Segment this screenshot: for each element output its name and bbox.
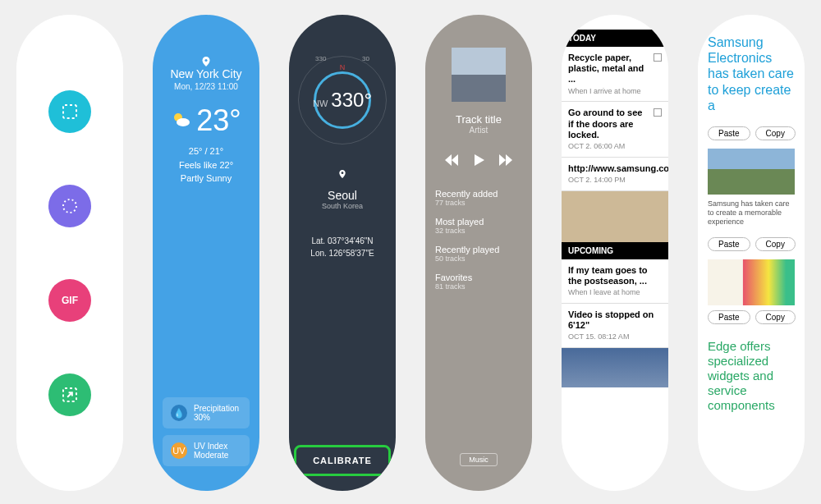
clip-image xyxy=(708,149,795,195)
precip-box[interactable]: 💧 Precipitation 30% xyxy=(163,397,250,428)
clip-body: Samsung has taken care to create a memor… xyxy=(708,199,795,227)
select-rect-button[interactable] xyxy=(48,90,91,133)
compass-panel: 330 30 N NW330° Seoul South Korea Lat. 0… xyxy=(289,15,396,491)
compass-lat: Lat. 037°34'46"N xyxy=(310,235,374,247)
select-oval-button[interactable] xyxy=(48,185,91,227)
reminders-panel: TODAY Recycle paper, plastic, metal and … xyxy=(562,15,668,491)
uv-value: Moderate xyxy=(194,451,228,460)
svg-rect-0 xyxy=(63,105,76,118)
track-title: Track title xyxy=(456,113,502,126)
paste-button[interactable]: Paste xyxy=(708,237,750,251)
clipboard-panel: Samsung Electronics has taken care to ke… xyxy=(698,15,805,491)
weather-condition: Partly Sunny xyxy=(179,172,233,186)
music-chip[interactable]: Music xyxy=(460,453,498,466)
paste-button[interactable]: Paste xyxy=(708,310,750,324)
compass-country: South Korea xyxy=(322,202,363,210)
task-item[interactable]: Recycle paper, plastic, metal and ...Whe… xyxy=(562,47,668,102)
task-item[interactable]: Video is stopped on 6'12"OCT 15. 08:12 A… xyxy=(562,304,668,348)
compass-coords: Lat. 037°34'46"N Lon. 126°58'37"E xyxy=(310,235,374,259)
task-item[interactable]: http://www.samsung.comOCT 2. 14:00 PM xyxy=(562,158,668,191)
pin-icon xyxy=(61,386,79,404)
gif-icon: GIF xyxy=(62,295,78,306)
today-header: TODAY xyxy=(562,30,668,47)
compass-north: N xyxy=(340,63,346,71)
clip-excerpt-2: Edge offers specialized widgets and serv… xyxy=(708,339,795,413)
task-image xyxy=(562,191,668,242)
compass-dial: 330 30 N NW330° xyxy=(298,56,387,144)
droplet-icon: 💧 xyxy=(171,405,187,421)
pin-button[interactable] xyxy=(48,373,91,416)
music-panel: Track title Artist Recently added77 trac… xyxy=(425,15,532,491)
copy-button[interactable]: Copy xyxy=(755,237,796,251)
task-item[interactable]: If my team goes to the postseason, ...Wh… xyxy=(562,259,668,304)
list-item[interactable]: Recently played50 tracks xyxy=(435,240,522,268)
weather-temp: 23° xyxy=(196,103,241,138)
weather-panel: New York City Mon, 12/23 11:00 23° 25° /… xyxy=(153,15,259,491)
select-rect-icon xyxy=(61,103,79,121)
clip-excerpt: Samsung Electronics has taken care to ke… xyxy=(708,34,795,113)
compass-tick: 30 xyxy=(362,55,369,62)
copy-button[interactable]: Copy xyxy=(755,126,796,140)
uv-box[interactable]: UV UV Index Moderate xyxy=(163,435,250,466)
weather-feels: Feels like 22° xyxy=(179,158,233,172)
list-item[interactable]: Favorites81 tracks xyxy=(435,268,522,296)
gif-button[interactable]: GIF xyxy=(48,279,91,322)
svg-point-5 xyxy=(177,118,190,126)
album-art[interactable] xyxy=(452,48,506,102)
checkbox-icon[interactable] xyxy=(654,108,662,117)
track-artist: Artist xyxy=(470,126,488,135)
checkbox-icon[interactable] xyxy=(654,53,662,62)
clip-image xyxy=(708,259,795,305)
upcoming-header: UPCOMING xyxy=(562,242,668,259)
uv-label: UV Index xyxy=(194,442,228,451)
task-image xyxy=(562,348,668,387)
weather-date: Mon, 12/23 11:00 xyxy=(174,82,238,91)
list-item[interactable]: Most played32 tracks xyxy=(435,212,522,240)
compass-lon: Lon. 126°58'37"E xyxy=(310,247,374,259)
copy-button[interactable]: Copy xyxy=(755,310,796,324)
weather-stats: 25° / 21° Feels like 22° Partly Sunny xyxy=(179,144,233,186)
uv-icon: UV xyxy=(171,442,187,459)
list-item[interactable]: Recently added77 tracks xyxy=(435,184,522,212)
tools-panel: GIF xyxy=(16,15,123,491)
precip-label: Precipitation xyxy=(194,404,239,413)
weather-city: New York City xyxy=(170,67,241,80)
task-item[interactable]: Go around to see if the doors are locked… xyxy=(562,102,668,157)
compass-city: Seoul xyxy=(328,189,357,202)
calibrate-button[interactable]: CALIBRATE xyxy=(294,445,391,476)
sun-cloud-icon xyxy=(171,110,192,131)
select-oval-icon xyxy=(61,197,79,215)
weather-hilo: 25° / 21° xyxy=(179,144,233,158)
compass-heading: NW330° xyxy=(313,89,372,112)
precip-value: 30% xyxy=(194,413,239,422)
prev-icon[interactable] xyxy=(445,154,458,166)
location-icon xyxy=(200,56,212,67)
svg-point-3 xyxy=(204,59,207,62)
svg-point-6 xyxy=(342,172,344,174)
compass-tick: 330 xyxy=(315,55,326,62)
location-icon xyxy=(337,169,347,179)
play-icon[interactable] xyxy=(473,154,484,166)
paste-button[interactable]: Paste xyxy=(708,126,750,140)
svg-point-1 xyxy=(63,199,76,213)
next-icon[interactable] xyxy=(499,154,512,166)
